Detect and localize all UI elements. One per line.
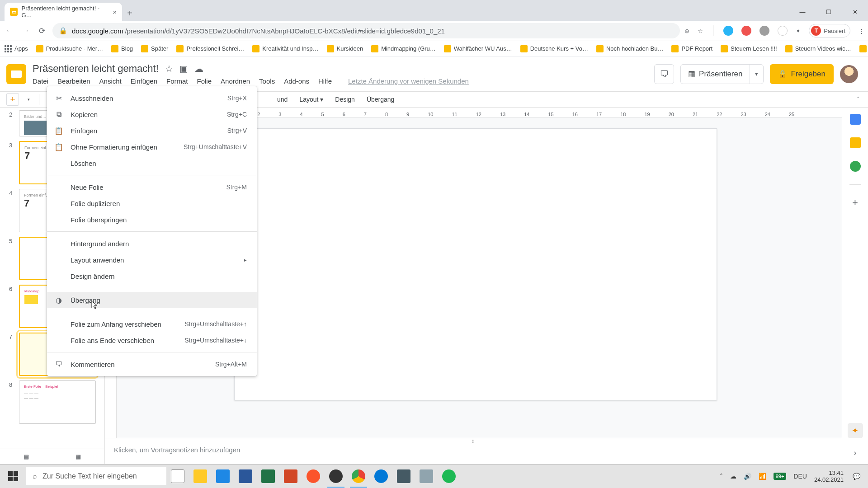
new-slide-button[interactable]: +	[6, 93, 19, 106]
menu-bearbeiten[interactable]: Bearbeiten	[57, 77, 90, 85]
nav-reload-icon[interactable]: ⟳	[36, 25, 48, 37]
present-dropdown[interactable]: ▾	[750, 65, 763, 84]
ctx-folie-duplizieren[interactable]: Folie duplizieren	[47, 195, 257, 211]
add-addon-icon[interactable]: +	[850, 197, 861, 208]
filmstrip-view-icon[interactable]: ▤	[24, 453, 29, 460]
spotify-icon[interactable]	[438, 465, 460, 488]
bookmark-item[interactable]: PDF Report	[671, 45, 712, 52]
ctx-neue-folie[interactable]: Neue FolieStrg+M	[47, 179, 257, 195]
file-explorer-icon[interactable]	[189, 465, 212, 488]
menu-folie[interactable]: Folie	[197, 77, 212, 85]
ctx-ausschneiden[interactable]: ✂AusschneidenStrg+X	[47, 90, 257, 106]
account-avatar[interactable]	[840, 65, 858, 83]
star-icon[interactable]: ☆	[165, 63, 173, 74]
menu-format[interactable]: Format	[166, 77, 188, 85]
collapse-toolbar-icon[interactable]: ˄	[857, 96, 860, 103]
ctx-übergang[interactable]: ◑Übergang	[47, 292, 257, 308]
volume-icon[interactable]: 🔊	[744, 473, 751, 480]
zoom-icon[interactable]: ⊕	[684, 28, 689, 34]
share-button[interactable]: 🔒 Freigeben	[770, 64, 834, 84]
url-field[interactable]: 🔒 docs.google.com/presentation/d/1yV372S…	[52, 23, 680, 38]
menu-einfügen[interactable]: Einfügen	[131, 77, 157, 85]
menu-ansicht[interactable]: Ansicht	[99, 77, 122, 85]
bookmark-item[interactable]: Später	[141, 45, 168, 52]
extension-icon[interactable]	[760, 26, 769, 36]
calendar-icon[interactable]	[850, 114, 861, 125]
doc-title[interactable]: Präsentieren leicht gemacht!	[33, 63, 159, 75]
nav-back-icon[interactable]: ←	[4, 25, 15, 37]
excel-icon[interactable]	[257, 465, 279, 488]
bookmark-item[interactable]: Mindmapping (Gru…	[371, 45, 436, 52]
browser-tab[interactable]: ▭ Präsentieren leicht gemacht! - G… ×	[5, 3, 122, 21]
extension-icon[interactable]	[778, 26, 788, 36]
edge-icon[interactable]	[370, 465, 392, 488]
bookmark-item[interactable]: Deutsche Kurs + Vo…	[520, 45, 588, 52]
powerpoint-icon[interactable]	[279, 465, 302, 488]
keep-icon[interactable]	[850, 137, 861, 148]
start-button[interactable]	[0, 465, 26, 488]
chrome-menu-icon[interactable]: ⋮	[859, 28, 864, 34]
ctx-einfügen[interactable]: 📋EinfügenStrg+V	[47, 122, 257, 139]
new-tab-button[interactable]: +	[122, 5, 137, 21]
toolbar-transition-button[interactable]: Übergang	[363, 94, 398, 105]
tray-expand-icon[interactable]: ˄	[720, 473, 723, 480]
extension-icon[interactable]	[741, 26, 751, 36]
menu-datei[interactable]: Datei	[33, 77, 48, 85]
task-view-icon[interactable]	[166, 465, 189, 488]
move-to-folder-icon[interactable]: ▣	[179, 63, 188, 74]
bookmark-item[interactable]: Produktsuche - Mer…	[36, 45, 103, 52]
ctx-kopieren[interactable]: ⧉KopierenStrg+C	[47, 106, 257, 122]
bookmark-item[interactable]: Professionell Schrei…	[176, 45, 244, 52]
speaker-notes[interactable]: Klicken, um Vortragsnotizen hinzuzufügen	[105, 438, 842, 464]
app-icon[interactable]	[392, 465, 415, 488]
grid-view-icon[interactable]: ▦	[75, 453, 81, 460]
tray-badge[interactable]: 99+	[774, 473, 787, 480]
profile-paused-chip[interactable]: T Pausiert	[809, 24, 850, 38]
ctx-ohne-formatierung-einfügen[interactable]: 📋Ohne Formatierung einfügenStrg+Umschalt…	[47, 139, 257, 155]
bookmark-item[interactable]: Noch hochladen Bu…	[596, 45, 663, 52]
ctx-löschen[interactable]: Löschen	[47, 155, 257, 171]
present-button[interactable]: ▦Präsentieren ▾	[680, 64, 764, 84]
taskbar-search[interactable]: ⌕ Zur Suche Text hier eingeben	[26, 467, 166, 485]
language-indicator[interactable]: DEU	[793, 473, 807, 480]
ctx-hintergrund-ändern[interactable]: Hintergrund ändern	[47, 235, 257, 252]
window-maximize-icon[interactable]: ☐	[816, 3, 842, 21]
window-minimize-icon[interactable]: —	[789, 3, 816, 21]
slide-canvas[interactable]	[234, 128, 717, 400]
chrome-icon[interactable]	[347, 465, 370, 488]
ctx-folie-überspringen[interactable]: Folie überspringen	[47, 211, 257, 228]
toolbar-background-label[interactable]: und	[274, 94, 291, 105]
ctx-folie-zum-anfang-verschieben[interactable]: Folie zum Anfang verschiebenStrg+Umschal…	[47, 316, 257, 332]
slide-thumb[interactable]: Erste Folie – Beispiel— — —— — —	[19, 380, 96, 424]
action-center-icon[interactable]: 💬	[851, 471, 862, 482]
onedrive-icon[interactable]: ☁	[730, 473, 736, 480]
menu-hilfe[interactable]: Hilfe	[318, 77, 332, 85]
wifi-icon[interactable]: 📶	[759, 473, 766, 480]
slides-logo-icon[interactable]	[6, 64, 26, 84]
bookmark-item[interactable]: Steuern Lesen !!!!	[721, 45, 777, 52]
ctx-kommentieren[interactable]: 🗨KommentierenStrg+Alt+M	[47, 356, 257, 372]
show-side-panel-icon[interactable]: ›	[854, 448, 857, 458]
taskbar-clock[interactable]: 13:41 24.02.2021	[814, 469, 844, 483]
window-close-icon[interactable]: ✕	[842, 3, 868, 21]
menu-tools[interactable]: Tools	[259, 77, 275, 85]
star-bookmark-icon[interactable]: ☆	[698, 28, 703, 34]
new-slide-dropdown[interactable]	[24, 95, 33, 103]
mail-icon[interactable]	[212, 465, 234, 488]
bookmark-item[interactable]: Kursideen	[327, 45, 363, 52]
word-icon[interactable]	[234, 465, 257, 488]
bookmark-item[interactable]: Kreativität und Insp…	[252, 45, 318, 52]
bookmark-item[interactable]: Büro	[859, 45, 868, 52]
ctx-layout-anwenden[interactable]: Layout anwenden▸	[47, 252, 257, 268]
bookmark-item[interactable]: Apps	[5, 45, 28, 52]
app-icon[interactable]	[415, 465, 438, 488]
tab-close-icon[interactable]: ×	[113, 8, 117, 16]
ctx-folie-ans-ende-verschieben[interactable]: Folie ans Ende verschiebenStrg+Umschaltt…	[47, 332, 257, 348]
menu-add-ons[interactable]: Add-ons	[284, 77, 309, 85]
open-comments-button[interactable]: 🗨	[654, 64, 674, 84]
nav-forward-icon[interactable]: →	[20, 25, 32, 37]
extension-icon[interactable]	[723, 26, 733, 36]
toolbar-design-button[interactable]: Design	[331, 94, 359, 105]
toolbar-layout-button[interactable]: Layout ▾	[296, 94, 327, 105]
obs-icon[interactable]	[325, 465, 347, 488]
